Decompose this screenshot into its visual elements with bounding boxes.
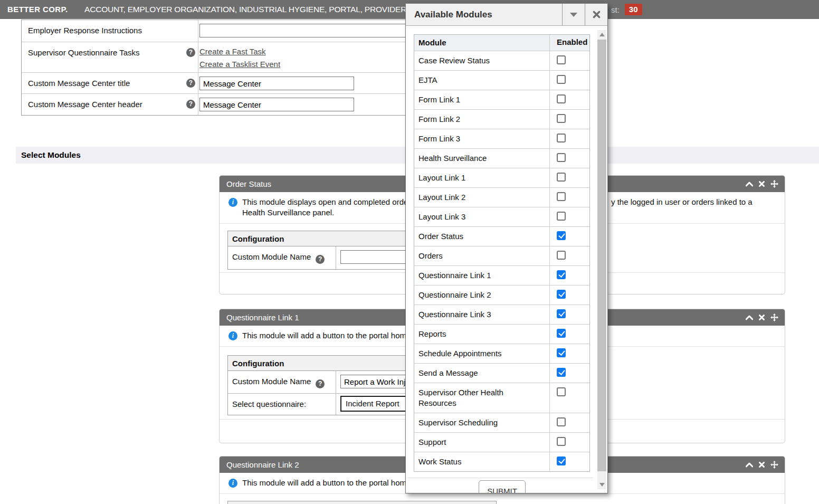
module-enabled-checkbox[interactable] xyxy=(557,94,566,103)
module-row: Questionnaire Link 1 xyxy=(414,265,589,285)
module-enabled-checkbox[interactable] xyxy=(557,231,566,240)
column-header-enabled: Enabled xyxy=(549,35,589,51)
module-row: Case Review Status xyxy=(414,51,589,70)
close-panel-icon[interactable] xyxy=(759,181,765,187)
module-enabled-checkbox[interactable] xyxy=(557,329,566,338)
module-enabled-checkbox[interactable] xyxy=(557,417,566,426)
module-name: Layout Link 3 xyxy=(418,212,465,222)
submit-separator xyxy=(408,478,594,478)
module-name: Layout Link 2 xyxy=(418,192,465,203)
modules-table: Module Enabled Case Review Status EJTA F… xyxy=(414,34,590,472)
module-row: Schedule Appointments xyxy=(414,344,589,363)
field-label: Custom Message Center title xyxy=(22,73,198,93)
module-enabled-checkbox[interactable] xyxy=(557,437,566,446)
module-enabled-checkbox[interactable] xyxy=(557,270,566,279)
dialog-header[interactable]: Available Modules xyxy=(406,4,607,26)
module-enabled-checkbox[interactable] xyxy=(557,387,566,396)
module-enabled-checkbox[interactable] xyxy=(557,134,566,142)
module-row: Layout Link 2 xyxy=(414,187,589,207)
config-label: Custom Module Name xyxy=(232,377,311,386)
scroll-down-button[interactable] xyxy=(597,480,606,489)
panel-title: Questionnaire Link 1 xyxy=(226,313,299,322)
module-name: Supervisor Scheduling xyxy=(418,417,498,428)
config-label: Custom Module Name xyxy=(232,252,311,261)
module-row: Support xyxy=(414,432,589,452)
module-enabled-checkbox[interactable] xyxy=(557,457,566,465)
field-label: Employer Response Instructions xyxy=(22,20,198,42)
module-enabled-checkbox[interactable] xyxy=(557,153,566,162)
help-icon[interactable]: ? xyxy=(186,48,195,57)
module-enabled-checkbox[interactable] xyxy=(557,212,566,221)
close-panel-icon[interactable] xyxy=(759,315,765,320)
module-row: Send a Message xyxy=(414,363,589,383)
field-label: Supervisor Questionnaire Tasks xyxy=(22,42,198,72)
module-name: Form Link 2 xyxy=(418,114,460,125)
collapse-panel-icon[interactable] xyxy=(746,462,753,468)
count-badge: 30 xyxy=(625,4,642,15)
nav-menu-text[interactable]: ACCOUNT, EMPLOYER ORGANIZATION, INDUSTRI… xyxy=(84,0,406,19)
module-name: Case Review Status xyxy=(418,55,490,66)
close-icon xyxy=(593,11,601,18)
brand-label[interactable]: BETTER CORP. xyxy=(7,0,68,19)
module-enabled-checkbox[interactable] xyxy=(557,114,566,123)
description-text-line2: Health Surveillance panel. xyxy=(242,208,334,217)
module-name: Layout Link 1 xyxy=(418,173,465,183)
help-icon[interactable]: ? xyxy=(186,79,195,88)
module-row: Form Link 2 xyxy=(414,109,589,129)
module-row: Form Link 3 xyxy=(414,129,589,148)
module-enabled-checkbox[interactable] xyxy=(557,192,566,201)
triangle-up-icon xyxy=(599,33,605,36)
move-panel-icon[interactable] xyxy=(770,180,778,188)
module-name: Work Status xyxy=(418,457,461,467)
module-name: Send a Message xyxy=(418,368,478,378)
module-enabled-checkbox[interactable] xyxy=(557,251,566,260)
info-icon: i xyxy=(228,479,237,488)
module-enabled-checkbox[interactable] xyxy=(557,55,566,64)
dialog-close-button[interactable] xyxy=(585,4,607,25)
module-enabled-checkbox[interactable] xyxy=(557,368,566,377)
submit-button[interactable]: SUBMIT xyxy=(479,480,526,493)
message-center-header-input[interactable] xyxy=(199,98,354,111)
message-center-title-input[interactable] xyxy=(199,77,354,90)
topbar-right-group: st: 30 xyxy=(611,0,642,19)
module-enabled-checkbox[interactable] xyxy=(557,348,566,357)
module-row: Form Link 1 xyxy=(414,90,589,109)
module-enabled-checkbox[interactable] xyxy=(557,290,566,299)
scroll-up-button[interactable] xyxy=(597,30,606,39)
scrollbar-thumb[interactable] xyxy=(597,40,606,471)
module-row: Questionnaire Link 2 xyxy=(414,285,589,305)
module-row: Layout Link 1 xyxy=(414,168,589,187)
module-row: Order Status xyxy=(414,226,589,246)
close-panel-icon[interactable] xyxy=(759,462,765,468)
module-row: Orders xyxy=(414,246,589,265)
collapse-panel-icon[interactable] xyxy=(746,315,753,320)
module-row: Questionnaire Link 3 xyxy=(414,305,589,324)
config-label: Select questionnaire: xyxy=(232,400,306,408)
help-icon[interactable]: ? xyxy=(186,100,195,109)
info-icon: i xyxy=(228,331,237,340)
module-enabled-checkbox[interactable] xyxy=(557,309,566,318)
module-name: Form Link 1 xyxy=(418,94,460,105)
module-enabled-checkbox[interactable] xyxy=(557,75,566,84)
dialog-body: Module Enabled Case Review Status EJTA F… xyxy=(406,26,607,493)
help-icon[interactable]: ? xyxy=(316,255,325,264)
column-header-module: Module xyxy=(414,35,549,51)
module-enabled-checkbox[interactable] xyxy=(557,173,566,182)
move-panel-icon[interactable] xyxy=(770,313,778,321)
module-name: Health Surveillance xyxy=(418,153,487,164)
dialog-scrollbar[interactable] xyxy=(597,30,606,489)
help-icon[interactable]: ? xyxy=(316,379,325,388)
module-name: EJTA xyxy=(418,75,437,85)
module-row: EJTA xyxy=(414,70,589,90)
configuration-header: Configuration xyxy=(228,501,496,504)
info-icon: i xyxy=(228,198,237,207)
dialog-collapse-button[interactable] xyxy=(562,4,585,25)
configuration-table: Configuration xyxy=(227,501,497,504)
triangle-down-icon xyxy=(599,483,605,487)
modules-table-header: Module Enabled xyxy=(414,35,589,51)
move-panel-icon[interactable] xyxy=(770,461,778,469)
collapse-panel-icon[interactable] xyxy=(746,182,753,187)
module-name: Questionnaire Link 3 xyxy=(418,309,491,320)
available-modules-dialog: Available Modules Module Enabled Case Re… xyxy=(405,3,608,493)
chevron-down-icon xyxy=(570,13,577,17)
